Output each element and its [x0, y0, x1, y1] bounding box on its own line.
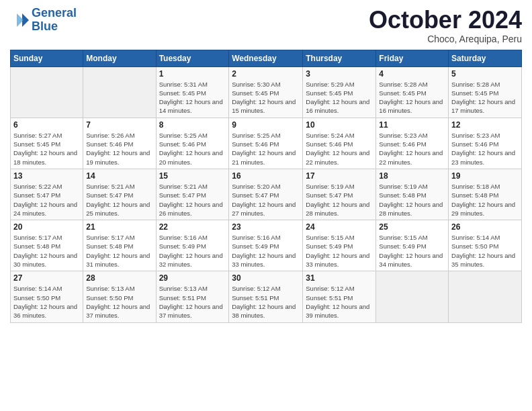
calendar-day: 26Sunrise: 5:14 AM Sunset: 5:50 PM Dayli…	[449, 220, 522, 271]
title-area: October 2024 Choco, Arequipa, Peru	[369, 7, 522, 44]
calendar-header-wednesday: Wednesday	[229, 50, 303, 66]
calendar-day: 15Sunrise: 5:21 AM Sunset: 5:47 PM Dayli…	[156, 169, 229, 220]
calendar-day	[83, 66, 156, 118]
calendar-header-friday: Friday	[376, 50, 449, 66]
day-info: Sunrise: 5:23 AM Sunset: 5:46 PM Dayligh…	[379, 131, 445, 167]
page: General Blue October 2024 Choco, Arequip…	[0, 0, 532, 411]
day-info: Sunrise: 5:28 AM Sunset: 5:45 PM Dayligh…	[451, 80, 519, 116]
day-info: Sunrise: 5:28 AM Sunset: 5:45 PM Dayligh…	[379, 80, 445, 116]
calendar-week-1: 1Sunrise: 5:31 AM Sunset: 5:45 PM Daylig…	[11, 66, 522, 118]
calendar-day: 9Sunrise: 5:25 AM Sunset: 5:46 PM Daylig…	[229, 118, 303, 169]
calendar-header-saturday: Saturday	[449, 50, 522, 66]
day-number: 1	[159, 69, 226, 79]
day-number: 10	[306, 120, 373, 130]
day-info: Sunrise: 5:14 AM Sunset: 5:50 PM Dayligh…	[451, 233, 519, 269]
calendar-day: 30Sunrise: 5:12 AM Sunset: 5:51 PM Dayli…	[229, 271, 303, 322]
calendar-day: 3Sunrise: 5:29 AM Sunset: 5:45 PM Daylig…	[303, 66, 376, 118]
calendar-day: 2Sunrise: 5:30 AM Sunset: 5:45 PM Daylig…	[229, 66, 303, 118]
calendar-day: 12Sunrise: 5:23 AM Sunset: 5:46 PM Dayli…	[449, 118, 522, 169]
calendar-header-row: SundayMondayTuesdayWednesdayThursdayFrid…	[11, 50, 522, 66]
calendar-week-5: 27Sunrise: 5:14 AM Sunset: 5:50 PM Dayli…	[11, 271, 522, 322]
calendar-header-thursday: Thursday	[303, 50, 376, 66]
day-number: 12	[451, 120, 519, 130]
calendar-day: 19Sunrise: 5:18 AM Sunset: 5:48 PM Dayli…	[449, 169, 522, 220]
day-number: 4	[379, 69, 445, 79]
day-info: Sunrise: 5:13 AM Sunset: 5:51 PM Dayligh…	[159, 284, 226, 320]
day-info: Sunrise: 5:24 AM Sunset: 5:46 PM Dayligh…	[306, 131, 373, 167]
day-number: 26	[451, 222, 519, 232]
calendar-day	[449, 271, 522, 322]
month-title: October 2024	[369, 7, 522, 34]
day-number: 30	[232, 273, 300, 283]
logo-text: General Blue	[32, 7, 77, 34]
calendar-day: 7Sunrise: 5:26 AM Sunset: 5:46 PM Daylig…	[83, 118, 156, 169]
calendar-day: 5Sunrise: 5:28 AM Sunset: 5:45 PM Daylig…	[449, 66, 522, 118]
logo-line1: General	[32, 6, 77, 19]
day-number: 20	[13, 222, 80, 232]
day-number: 11	[379, 120, 445, 130]
subtitle: Choco, Arequipa, Peru	[369, 34, 522, 44]
day-number: 16	[232, 171, 300, 181]
day-info: Sunrise: 5:31 AM Sunset: 5:45 PM Dayligh…	[159, 80, 226, 116]
calendar-day: 18Sunrise: 5:19 AM Sunset: 5:48 PM Dayli…	[376, 169, 449, 220]
day-number: 22	[159, 222, 226, 232]
day-number: 8	[159, 120, 226, 130]
day-number: 14	[86, 171, 152, 181]
day-number: 19	[451, 171, 519, 181]
day-number: 25	[379, 222, 445, 232]
calendar-day: 24Sunrise: 5:15 AM Sunset: 5:49 PM Dayli…	[303, 220, 376, 271]
day-info: Sunrise: 5:20 AM Sunset: 5:47 PM Dayligh…	[232, 182, 300, 218]
calendar-day: 4Sunrise: 5:28 AM Sunset: 5:45 PM Daylig…	[376, 66, 449, 118]
day-number: 13	[13, 171, 80, 181]
calendar-header-tuesday: Tuesday	[156, 50, 229, 66]
calendar-week-4: 20Sunrise: 5:17 AM Sunset: 5:48 PM Dayli…	[11, 220, 522, 271]
day-info: Sunrise: 5:25 AM Sunset: 5:46 PM Dayligh…	[232, 131, 300, 167]
calendar-day: 25Sunrise: 5:15 AM Sunset: 5:49 PM Dayli…	[376, 220, 449, 271]
day-number: 21	[86, 222, 152, 232]
day-number: 5	[451, 69, 519, 79]
day-number: 28	[86, 273, 152, 283]
calendar-week-2: 6Sunrise: 5:27 AM Sunset: 5:45 PM Daylig…	[11, 118, 522, 169]
day-info: Sunrise: 5:15 AM Sunset: 5:49 PM Dayligh…	[379, 233, 445, 269]
day-info: Sunrise: 5:16 AM Sunset: 5:49 PM Dayligh…	[232, 233, 300, 269]
calendar-day: 14Sunrise: 5:21 AM Sunset: 5:47 PM Dayli…	[83, 169, 156, 220]
calendar-day: 10Sunrise: 5:24 AM Sunset: 5:46 PM Dayli…	[303, 118, 376, 169]
calendar-day: 29Sunrise: 5:13 AM Sunset: 5:51 PM Dayli…	[156, 271, 229, 322]
day-number: 18	[379, 171, 445, 181]
day-info: Sunrise: 5:12 AM Sunset: 5:51 PM Dayligh…	[232, 284, 300, 320]
calendar-day: 23Sunrise: 5:16 AM Sunset: 5:49 PM Dayli…	[229, 220, 303, 271]
day-number: 24	[306, 222, 373, 232]
day-info: Sunrise: 5:17 AM Sunset: 5:48 PM Dayligh…	[13, 233, 80, 269]
day-number: 27	[13, 273, 80, 283]
day-info: Sunrise: 5:26 AM Sunset: 5:46 PM Dayligh…	[86, 131, 152, 167]
day-number: 9	[232, 120, 300, 130]
logo-icon	[10, 11, 29, 30]
day-info: Sunrise: 5:25 AM Sunset: 5:46 PM Dayligh…	[159, 131, 226, 167]
day-info: Sunrise: 5:27 AM Sunset: 5:45 PM Dayligh…	[13, 131, 80, 167]
calendar-day	[376, 271, 449, 322]
day-number: 31	[306, 273, 373, 283]
calendar-day: 28Sunrise: 5:13 AM Sunset: 5:50 PM Dayli…	[83, 271, 156, 322]
day-info: Sunrise: 5:19 AM Sunset: 5:48 PM Dayligh…	[379, 182, 445, 218]
day-number: 6	[13, 120, 80, 130]
day-number: 15	[159, 171, 226, 181]
calendar-day	[11, 66, 83, 118]
day-info: Sunrise: 5:16 AM Sunset: 5:49 PM Dayligh…	[159, 233, 226, 269]
day-info: Sunrise: 5:23 AM Sunset: 5:46 PM Dayligh…	[451, 131, 519, 167]
calendar-day: 17Sunrise: 5:19 AM Sunset: 5:47 PM Dayli…	[303, 169, 376, 220]
day-number: 3	[306, 69, 373, 79]
calendar-header-sunday: Sunday	[11, 50, 83, 66]
calendar-table: SundayMondayTuesdayWednesdayThursdayFrid…	[10, 50, 522, 323]
day-number: 29	[159, 273, 226, 283]
calendar-day: 16Sunrise: 5:20 AM Sunset: 5:47 PM Dayli…	[229, 169, 303, 220]
logo: General Blue	[10, 7, 77, 34]
calendar-day: 1Sunrise: 5:31 AM Sunset: 5:45 PM Daylig…	[156, 66, 229, 118]
calendar-week-3: 13Sunrise: 5:22 AM Sunset: 5:47 PM Dayli…	[11, 169, 522, 220]
logo-line2: Blue	[32, 19, 58, 33]
calendar-header-monday: Monday	[83, 50, 156, 66]
calendar-day: 13Sunrise: 5:22 AM Sunset: 5:47 PM Dayli…	[11, 169, 83, 220]
calendar-day: 8Sunrise: 5:25 AM Sunset: 5:46 PM Daylig…	[156, 118, 229, 169]
day-info: Sunrise: 5:21 AM Sunset: 5:47 PM Dayligh…	[159, 182, 226, 218]
calendar-day: 22Sunrise: 5:16 AM Sunset: 5:49 PM Dayli…	[156, 220, 229, 271]
calendar-day: 6Sunrise: 5:27 AM Sunset: 5:45 PM Daylig…	[11, 118, 83, 169]
